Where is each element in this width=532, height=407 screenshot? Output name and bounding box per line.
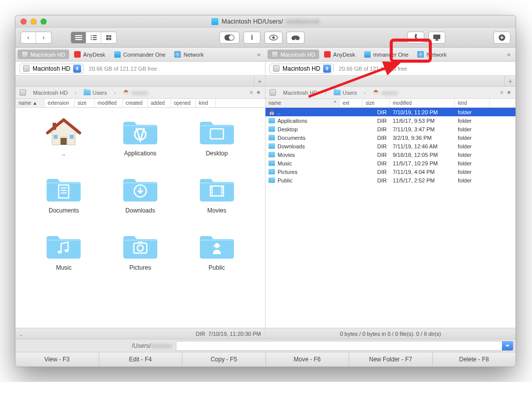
drive-tab-mmander-one[interactable]: mmander One [360,50,412,59]
svg-rect-29 [70,135,74,139]
favorite-icon[interactable]: ★ [506,89,511,96]
col-kind[interactable]: kind [455,99,490,107]
footer-edit-button[interactable]: Edit - F4 [99,352,183,366]
breadcrumb-segment[interactable]: Users [84,90,107,96]
footer-move-button[interactable]: Move - F6 [266,352,350,366]
grid-item-desktop[interactable]: Desktop [183,118,250,157]
svg-rect-7 [91,39,92,40]
left-pane[interactable]: ..ApplicationsDesktopDocumentsDownloadsM… [16,108,265,328]
col-kind[interactable]: kind [196,99,216,107]
chevron-updown-icon [323,65,331,73]
back-button[interactable]: ‹ [21,32,36,43]
folder-icon [269,169,275,174]
svg-rect-25 [375,90,375,92]
svg-rect-0 [75,35,82,36]
list-toggle-icon[interactable]: ≡ [500,89,503,96]
favorite-icon[interactable]: ★ [256,89,261,96]
toggle-button[interactable] [219,32,239,44]
svg-rect-41 [211,189,212,190]
list-row[interactable]: DesktopDIR7/11/19, 3:47 PMfolder [265,125,515,133]
footer-copy-button[interactable]: Copy - F5 [182,352,266,366]
grid-item-pictures[interactable]: Pictures [107,232,174,271]
breadcrumb-segment[interactable]: xxxxxx [373,89,398,96]
footer-new-button[interactable]: New Folder - F7 [349,352,433,366]
breadcrumb-segment[interactable]: Macintosh HD [283,90,318,96]
binoculars-button[interactable] [287,32,305,44]
col-name[interactable]: name ▲ [16,99,45,107]
footer-buttons: View - F3Edit - F4Copy - F5Move - F6New … [16,352,515,366]
col-name[interactable]: name ^ [265,99,340,107]
footer-delete-button[interactable]: Delete - F8 [433,352,516,366]
list-row[interactable]: MusicDIR11/5/17, 10:29 PMfolder [265,159,515,167]
drive-tab-anydesk[interactable]: AnyDesk [320,50,359,59]
svg-rect-28 [54,135,58,139]
breadcrumb-bar: Macintosh HD›Users›xxxxxx≡★ Macintosh HD… [16,87,515,99]
new-tab-left-button[interactable]: + [254,76,265,86]
drive-dropdown-right[interactable]: Macintosh HD [270,64,334,74]
breadcrumb-segment[interactable]: xxxxxx [123,89,148,96]
toolbar: ‹ › i [16,28,515,48]
col-modified[interactable]: modified [95,99,123,107]
grid-item-downloads[interactable]: Downloads [107,175,174,214]
list-row[interactable]: DownloadsDIR7/11/19, 12:46 AMfolder [265,142,515,150]
hd-icon [20,89,26,96]
grid-item-movies[interactable]: Movies [183,175,250,214]
svg-rect-3 [91,35,92,36]
list-row[interactable]: ..DIR7/10/19, 11:20 PMfolder [265,108,515,116]
svg-point-47 [65,249,69,252]
home-icon [269,109,275,115]
col-created[interactable]: created [123,99,148,107]
drive-tab-macintosh-hd[interactable]: Macintosh HD [268,50,319,59]
grid-item-music[interactable]: Music [31,232,97,271]
grid-item-public[interactable]: Public [183,232,250,271]
drive-dropdown-left[interactable]: Macintosh HD [20,64,84,74]
view-grid-button[interactable] [101,32,116,43]
quicklook-button[interactable] [264,32,283,44]
grid-item-..[interactable]: .. [31,118,97,157]
download-button[interactable] [493,32,510,44]
col-modified[interactable]: modified [390,99,455,107]
list-row[interactable]: PublicDIR11/5/17, 2:52 PMfolder [265,176,515,184]
grid-item-applications[interactable]: Applications [107,118,174,157]
list-row[interactable]: DocumentsDIR3/2/19, 9:36 PMfolder [265,133,515,142]
svg-rect-24 [125,90,125,92]
col-size[interactable]: size [75,99,95,107]
hd-icon [270,89,276,96]
folder-icon [198,118,236,146]
new-tab-right-button[interactable]: + [504,76,515,86]
path-dropdown-button[interactable] [502,341,513,350]
breadcrumb-segment[interactable]: Macintosh HD [33,90,68,96]
info-button[interactable]: i [243,32,260,44]
forward-button[interactable]: › [36,32,51,43]
col-opened[interactable]: opened [171,99,196,107]
path-input[interactable] [176,341,513,351]
col-added[interactable]: added [148,99,171,107]
more-drives-button[interactable]: » [254,51,263,58]
svg-rect-26 [53,123,56,130]
drive-tabs: Macintosh HDAnyDeskCommander OneNetwork»… [16,48,515,62]
grid-item-documents[interactable]: Documents [31,175,97,214]
footer-view-button[interactable]: View - F3 [16,352,99,366]
col-ext[interactable]: ext [340,99,363,107]
folder-icon [269,118,275,123]
list-row[interactable]: PicturesDIR7/11/19, 4:04 PMfolder [265,167,515,176]
view-list-button[interactable] [86,32,101,43]
drive-tab-anydesk[interactable]: AnyDesk [70,50,109,59]
list-row[interactable]: MoviesDIR9/18/18, 12:05 PMfolder [265,150,515,159]
drive-tab-macintosh-hd[interactable]: Macintosh HD [18,50,69,59]
nav-back-forward: ‹ › [21,32,52,44]
drive-tab-network[interactable]: Network [413,50,450,59]
more-drives-button[interactable]: » [504,51,513,58]
drive-tab-commander-one[interactable]: Commander One [110,50,169,59]
drive-tab-network[interactable]: Network [170,50,207,59]
view-icons-button[interactable] [71,32,86,43]
archive-button[interactable] [407,32,424,44]
list-row[interactable]: ApplicationsDIR11/6/17, 9:53 PMfolder [265,116,515,125]
monitor-button[interactable] [428,32,445,44]
breadcrumb-segment[interactable]: Users [334,90,357,96]
col-extension[interactable]: extension [45,99,75,107]
svg-point-10 [273,36,275,39]
right-pane[interactable]: ..DIR7/10/19, 11:20 PMfolderApplications… [265,108,515,328]
list-toggle-icon[interactable]: ≡ [250,89,253,96]
col-size[interactable]: size [363,99,390,107]
